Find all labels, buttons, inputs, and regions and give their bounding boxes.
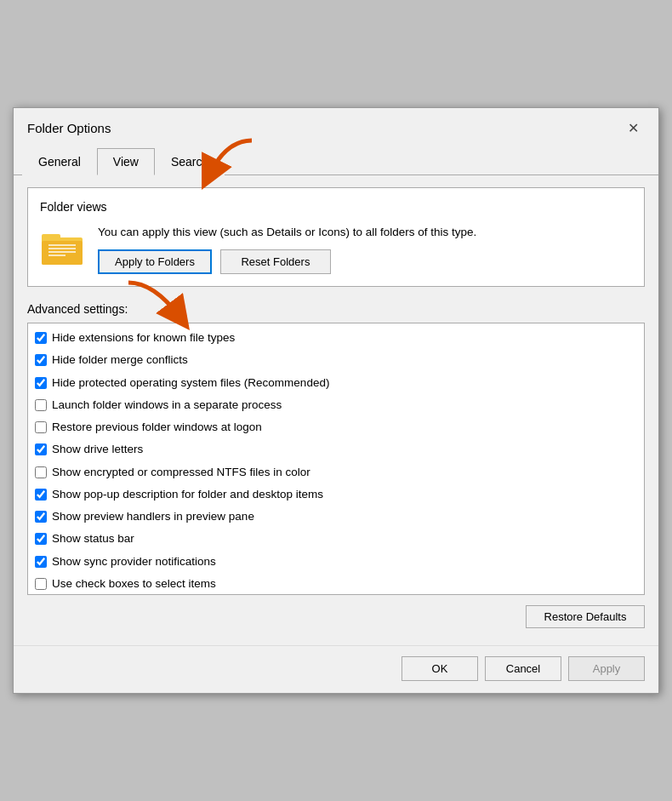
setting-checkbox[interactable] (35, 466, 47, 478)
setting-checkbox[interactable] (35, 443, 47, 455)
svg-rect-5 (48, 251, 76, 253)
setting-label: Hide protected operating system files (R… (52, 375, 329, 392)
setting-checkbox[interactable] (35, 421, 47, 433)
setting-checkbox[interactable] (35, 556, 47, 568)
advanced-settings-label: Advanced settings: (27, 302, 645, 316)
tab-view[interactable]: View (97, 148, 155, 175)
tab-search[interactable]: Search (155, 148, 225, 175)
tab-content: Folder views (14, 175, 658, 645)
folder-icon (40, 224, 84, 268)
apply-to-folders-button[interactable]: Apply to Folders (98, 249, 212, 274)
setting-label: Show status bar (52, 530, 134, 547)
title-bar: Folder Options ✕ (14, 108, 658, 147)
setting-label: Show drive letters (52, 441, 143, 458)
svg-rect-2 (42, 234, 60, 241)
ok-button[interactable]: OK (401, 656, 478, 681)
setting-label: Show encrypted or compressed NTFS files … (52, 464, 310, 481)
svg-rect-3 (48, 244, 76, 246)
settings-list: Hide extensions for known file typesHide… (28, 323, 644, 595)
setting-item: Show encrypted or compressed NTFS files … (28, 461, 644, 483)
reset-folders-button[interactable]: Reset Folders (220, 249, 331, 274)
settings-list-container[interactable]: Hide extensions for known file typesHide… (27, 323, 645, 595)
setting-item: Hide extensions for known file types (28, 327, 644, 349)
setting-label: Show preview handlers in preview pane (52, 508, 254, 525)
setting-item: Launch folder windows in a separate proc… (28, 394, 644, 416)
restore-defaults-button[interactable]: Restore Defaults (526, 605, 645, 628)
setting-label: Show pop-up description for folder and d… (52, 486, 323, 503)
setting-checkbox[interactable] (35, 354, 47, 366)
setting-label: Hide extensions for known file types (52, 329, 235, 346)
setting-item: Use check boxes to select items (28, 573, 644, 595)
setting-checkbox[interactable] (35, 578, 47, 590)
tabs-bar: General View Search (14, 147, 658, 175)
restore-defaults-row: Restore Defaults (27, 605, 645, 628)
setting-item: Restore previous folder windows at logon (28, 416, 644, 438)
setting-checkbox[interactable] (35, 533, 47, 545)
setting-label: Use check boxes to select items (52, 575, 216, 592)
folder-views-section: Folder views (27, 187, 645, 287)
setting-item: Show pop-up description for folder and d… (28, 483, 644, 506)
setting-item: Show drive letters (28, 438, 644, 461)
apply-button[interactable]: Apply (568, 656, 645, 681)
setting-label: Restore previous folder windows at logon (52, 419, 262, 436)
setting-checkbox[interactable] (35, 377, 47, 389)
folder-views-buttons: Apply to Folders Reset Folders (98, 249, 476, 274)
setting-label: Show sync provider notifications (52, 553, 216, 570)
folder-views-inner: You can apply this view (such as Details… (40, 224, 632, 274)
dialog-title: Folder Options (27, 121, 111, 135)
setting-label: Hide folder merge conflicts (52, 352, 188, 369)
svg-rect-6 (48, 255, 65, 256)
cancel-button[interactable]: Cancel (485, 656, 561, 681)
dialog-footer: OK Cancel Apply (14, 645, 658, 693)
svg-rect-4 (48, 248, 76, 249)
setting-item: Show sync provider notifications (28, 551, 644, 573)
tab-general[interactable]: General (22, 148, 97, 175)
setting-checkbox[interactable] (35, 332, 47, 344)
close-button[interactable]: ✕ (621, 117, 645, 140)
folder-views-description: You can apply this view (such as Details… (98, 224, 476, 241)
folder-options-dialog: Folder Options ✕ General View Search Fol… (13, 107, 659, 694)
setting-item: Hide protected operating system files (R… (28, 372, 644, 394)
setting-checkbox[interactable] (35, 399, 47, 411)
setting-item: Hide folder merge conflicts (28, 349, 644, 371)
setting-checkbox[interactable] (35, 511, 47, 523)
folder-views-title: Folder views (40, 200, 632, 214)
folder-views-text-area: You can apply this view (such as Details… (98, 224, 476, 274)
setting-checkbox[interactable] (35, 489, 47, 501)
setting-item: Show preview handlers in preview pane (28, 506, 644, 528)
setting-item: Show status bar (28, 528, 644, 550)
setting-label: Launch folder windows in a separate proc… (52, 397, 282, 414)
